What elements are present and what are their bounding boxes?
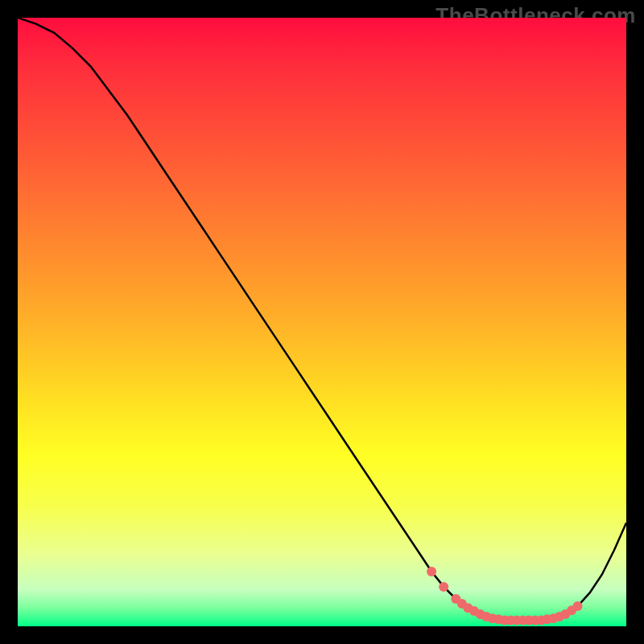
data-dot [573,601,583,611]
chart-svg [18,18,626,626]
data-dot [427,567,436,576]
data-dots [427,567,582,625]
bottleneck-curve [18,18,626,620]
chart-area [18,18,626,626]
data-dot [439,582,448,592]
